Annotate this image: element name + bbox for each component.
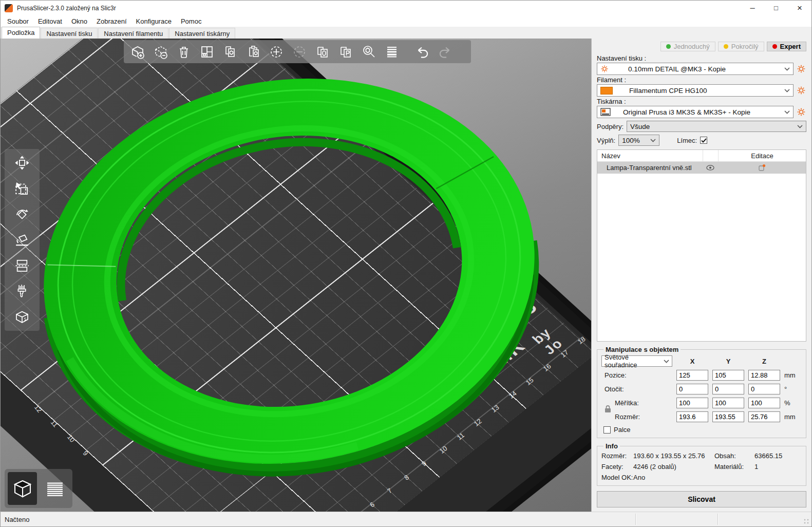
split-to-objects-button[interactable]	[314, 43, 331, 61]
filament-gear-button[interactable]	[796, 85, 806, 96]
resize-grip-icon[interactable]	[804, 519, 810, 525]
mode-expert-button[interactable]: Expert	[767, 42, 806, 51]
advanced-mode-dot-icon	[724, 44, 728, 49]
left-toolbar	[5, 149, 40, 331]
redo-button[interactable]	[437, 43, 454, 61]
object-visibility-toggle[interactable]	[703, 162, 718, 174]
minimize-button[interactable]: ─	[741, 1, 764, 15]
scale-unit: %	[784, 399, 802, 407]
scale-z-input[interactable]	[748, 398, 780, 408]
model-ring[interactable]	[1, 39, 591, 512]
close-button[interactable]: ×	[788, 1, 811, 15]
eye-icon	[706, 165, 714, 171]
preview-layers-button[interactable]	[40, 472, 69, 505]
split-to-parts-button[interactable]	[337, 43, 354, 61]
position-z-input[interactable]	[748, 370, 780, 381]
rotate-y-input[interactable]	[712, 384, 744, 394]
info-facets-label: Facety:	[601, 463, 633, 470]
cut-gizmo-button[interactable]	[13, 257, 31, 274]
mode-simple-button[interactable]: Jednoduchý	[660, 42, 715, 51]
rotate-x-input[interactable]	[676, 384, 708, 394]
search-button[interactable]	[360, 43, 377, 61]
chevron-down-icon	[797, 125, 803, 128]
variable-layer-height-button[interactable]	[383, 43, 401, 61]
menu-pomoc[interactable]: Pomoc	[176, 16, 206, 26]
remove-instance-button[interactable]	[291, 43, 308, 61]
supports-label: Podpěry:	[597, 123, 624, 130]
printer-label: Tiskárna :	[597, 98, 806, 105]
object-list-row[interactable]: Lampa-Transparentní vně.stl	[597, 162, 806, 174]
add-instance-button[interactable]	[268, 43, 285, 61]
info-volume-label: Obsah:	[714, 452, 754, 460]
printer-combo[interactable]: Original Prusa i3 MK3S & MK3S+ - Kopie	[597, 106, 794, 118]
chevron-down-icon	[650, 139, 656, 142]
info-model-ok-label: Model OK:	[601, 474, 633, 481]
place-on-face-gizmo-button[interactable]	[13, 231, 31, 249]
print-settings-gear-button[interactable]	[796, 64, 806, 74]
lock-icon	[605, 405, 611, 413]
position-x-input[interactable]	[676, 370, 708, 381]
infill-combo[interactable]: 100%	[618, 135, 659, 146]
copy-button[interactable]	[221, 43, 239, 61]
column-edit: Editace	[718, 150, 806, 161]
gear-icon	[600, 65, 609, 73]
undo-button[interactable]	[413, 43, 431, 61]
supports-value: Všude	[630, 123, 793, 130]
tab-nastaveni-tisku[interactable]: Nastavení tisku	[41, 28, 98, 39]
scale-x-input[interactable]	[676, 398, 708, 408]
maximize-button[interactable]: □	[764, 1, 788, 15]
edit-settings-icon	[758, 164, 766, 172]
3d-editor-view-button[interactable]	[8, 472, 37, 505]
paste-button[interactable]	[244, 43, 262, 61]
inches-checkbox[interactable]	[603, 426, 611, 434]
rotate-z-input[interactable]	[748, 384, 780, 394]
menu-editovat[interactable]: Editovat	[33, 16, 67, 26]
rotate-gizmo-button[interactable]	[13, 205, 31, 223]
add-button[interactable]	[129, 43, 146, 61]
3d-viewport[interactable]: USA i3 MK by Jo	[1, 39, 591, 512]
tab-nastaveni-tiskarny[interactable]: Nastavení tiskárny	[169, 28, 235, 39]
print-settings-combo[interactable]: 0.10mm DETAIL @MK3 - Kopie	[597, 63, 794, 75]
menu-soubor[interactable]: Soubor	[3, 16, 33, 26]
infill-value: 100%	[622, 137, 646, 144]
move-gizmo-button[interactable]	[13, 154, 31, 172]
filament-combo[interactable]: Fillamentum CPE HG100	[597, 84, 794, 97]
menu-zobrazeni[interactable]: Zobrazení	[92, 16, 131, 26]
status-bar: Načteno	[0, 512, 812, 527]
delete-all-button[interactable]	[175, 43, 193, 61]
brim-checkbox[interactable]	[700, 137, 707, 144]
seam-gizmo-button[interactable]	[13, 308, 31, 326]
manipulation-panel: Manipulace s objektem Světové souřadnice…	[597, 346, 806, 438]
menu-okno[interactable]: Okno	[67, 16, 92, 26]
tab-nastaveni-filamentu[interactable]: Nastavení filamentu	[98, 28, 168, 39]
delete-button[interactable]	[152, 43, 169, 61]
menu-konfigurace[interactable]: Konfigurace	[131, 16, 176, 26]
axis-y-header: Y	[712, 357, 744, 365]
scale-y-input[interactable]	[712, 398, 744, 408]
paint-supports-gizmo-button[interactable]	[13, 283, 31, 300]
chevron-down-icon	[784, 110, 790, 114]
size-x-input[interactable]	[676, 411, 708, 422]
size-z-input[interactable]	[748, 411, 780, 422]
supports-combo[interactable]: Všude	[627, 121, 806, 132]
column-name: Název	[597, 152, 703, 160]
mode-advanced-button[interactable]: Pokročilý	[718, 42, 764, 51]
position-y-input[interactable]	[712, 370, 744, 381]
menu-bar: Soubor Editovat Okno Zobrazení Konfigura…	[0, 15, 812, 27]
info-facets-value: 4246 (2 obalů)	[633, 463, 714, 470]
slice-button[interactable]: Slicovat	[597, 491, 806, 507]
chevron-down-icon	[664, 360, 669, 363]
size-y-input[interactable]	[712, 411, 744, 422]
tab-podlozka[interactable]: Podložka	[2, 27, 40, 39]
printer-gear-button[interactable]	[796, 107, 806, 117]
scale-gizmo-button[interactable]	[13, 180, 31, 197]
ring-top-face	[16, 44, 563, 498]
title-bar: PrusaSlicer-2.3.0 založený na Slic3r ─ □…	[0, 0, 812, 15]
object-settings-button[interactable]	[718, 162, 806, 174]
coordinate-system-combo[interactable]: Světové souřadnice	[601, 355, 672, 367]
uniform-scale-lock-button[interactable]	[605, 405, 611, 413]
arrange-button[interactable]	[198, 43, 216, 61]
info-materials-value: 1	[754, 463, 802, 470]
infill-label: Výplň:	[597, 137, 615, 144]
gear-icon	[797, 64, 806, 73]
